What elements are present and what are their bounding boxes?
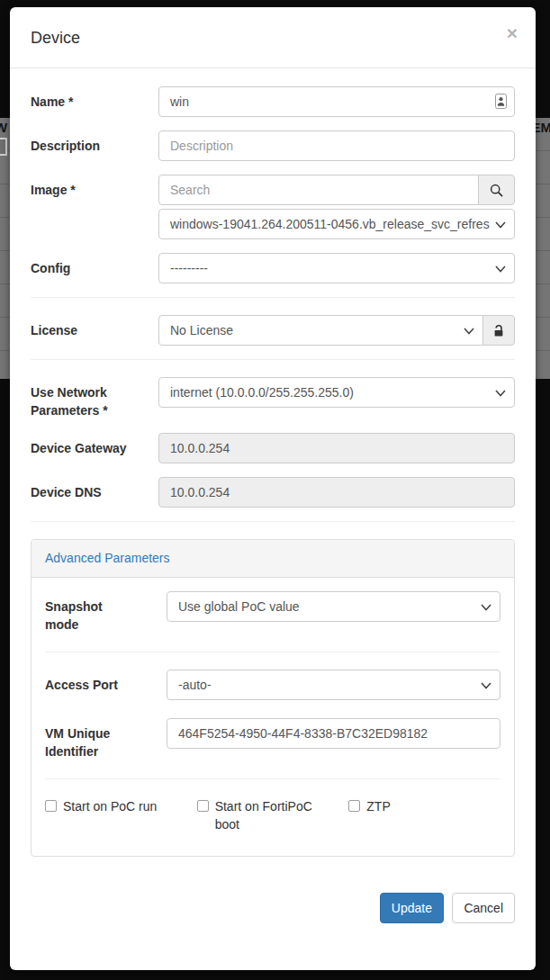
license-label: License: [31, 315, 158, 346]
access-port-select[interactable]: -auto-: [167, 670, 500, 700]
license-select[interactable]: No License: [158, 315, 483, 346]
gateway-label: Device Gateway: [31, 433, 158, 463]
image-row: Image * windows-19041.264.200511-0456.vb…: [31, 175, 515, 239]
description-label: Description: [31, 130, 158, 161]
modal-body: Name * Description Image *: [10, 68, 536, 857]
config-select[interactable]: ---------: [158, 253, 515, 283]
snapshot-mode-row: Snapshot mode Use global PoC value: [45, 591, 500, 634]
dns-label: Device DNS: [31, 477, 158, 508]
ztp-label: ZTP: [366, 799, 390, 814]
dns-input: [158, 477, 515, 508]
ztp-checkbox[interactable]: [348, 800, 360, 812]
name-row: Name *: [31, 86, 515, 117]
divider: [45, 778, 500, 779]
start-on-poc-run-option[interactable]: Start on PoC run: [45, 797, 167, 815]
unlock-icon: [492, 324, 505, 337]
update-button[interactable]: Update: [380, 893, 444, 923]
autofill-icon: [495, 94, 507, 109]
image-label: Image *: [31, 175, 158, 239]
advanced-parameters-title: Advanced Parameters: [45, 551, 170, 565]
start-on-fortipoc-boot-label: Start on FortiPoC boot: [215, 799, 312, 832]
snapshot-mode-select[interactable]: Use global PoC value: [167, 591, 500, 622]
start-on-fortipoc-boot-checkbox[interactable]: [197, 800, 209, 812]
license-selected-value: No License: [170, 321, 472, 339]
modal-header: Device ×: [10, 7, 536, 68]
config-selected-value: ---------: [170, 259, 503, 277]
device-modal: Device × Name * Description Ima: [10, 7, 536, 970]
image-search-input[interactable]: [158, 175, 479, 205]
access-port-row: Access Port -auto-: [45, 670, 500, 700]
image-search-button[interactable]: [478, 175, 515, 205]
start-on-fortipoc-boot-option[interactable]: Start on FortiPoC boot: [197, 797, 319, 833]
description-input[interactable]: [158, 130, 515, 161]
divider: [45, 652, 500, 652]
vm-uid-input[interactable]: [167, 718, 500, 749]
config-label: Config: [31, 253, 158, 283]
background-text-fragment-left: W: [0, 120, 7, 135]
vm-uid-row: VM Unique Identifier: [45, 718, 500, 760]
advanced-parameters-header[interactable]: Advanced Parameters: [32, 540, 514, 578]
gateway-input: [158, 433, 515, 463]
license-row: License No License: [31, 315, 515, 346]
ztp-option[interactable]: ZTP: [348, 797, 470, 815]
startup-options-row: Start on PoC run Start on FortiPoC boot …: [45, 797, 500, 833]
modal-title: Device: [31, 29, 515, 47]
network-row: Use Network Parameters * internet (10.0.…: [31, 377, 515, 419]
start-on-poc-run-label: Start on PoC run: [63, 799, 157, 814]
start-on-poc-run-checkbox[interactable]: [45, 800, 57, 812]
license-unlock-button[interactable]: [482, 315, 515, 346]
snapshot-mode-selected-value: Use global PoC value: [178, 598, 489, 616]
description-row: Description: [31, 130, 515, 161]
modal-footer: Update Cancel: [10, 875, 536, 959]
dns-row: Device DNS: [31, 477, 515, 508]
divider: [31, 521, 515, 522]
image-selected-value: windows-19041.264.200511-0456.vb_release…: [170, 215, 503, 233]
access-port-label: Access Port: [45, 670, 167, 700]
access-port-selected-value: -auto-: [178, 676, 489, 694]
advanced-parameters-panel: Advanced Parameters Snapshot mode Use gl…: [31, 539, 515, 857]
advanced-parameters-body: Snapshot mode Use global PoC value: [32, 578, 514, 856]
divider: [31, 297, 515, 298]
name-input[interactable]: [158, 86, 515, 117]
snapshot-mode-label: Snapshot mode: [45, 591, 167, 634]
background-cell-fragment: [0, 138, 7, 156]
name-label: Name *: [31, 86, 158, 117]
cancel-button[interactable]: Cancel: [452, 893, 515, 923]
network-selected-value: internet (10.0.0.0/255.255.255.0): [170, 383, 503, 401]
gateway-row: Device Gateway: [31, 433, 515, 463]
network-select[interactable]: internet (10.0.0.0/255.255.255.0): [158, 377, 515, 408]
image-select[interactable]: windows-19041.264.200511-0456.vb_release…: [158, 209, 515, 239]
search-icon: [490, 184, 503, 197]
divider: [31, 359, 515, 360]
config-row: Config ---------: [31, 253, 515, 283]
close-icon[interactable]: ×: [507, 25, 518, 41]
vm-uid-label: VM Unique Identifier: [45, 718, 167, 760]
network-label: Use Network Parameters *: [31, 377, 158, 419]
